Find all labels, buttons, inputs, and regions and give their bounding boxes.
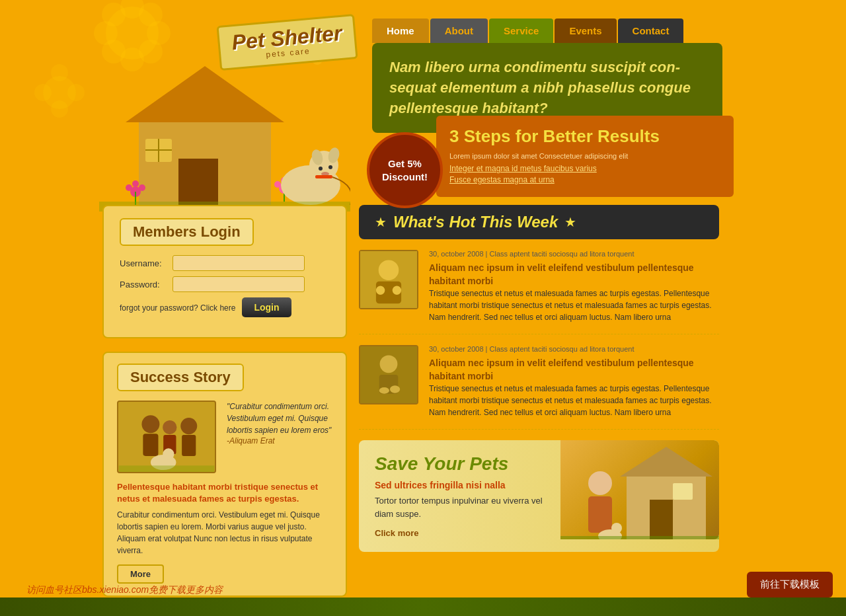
login-title: Members Login <box>133 223 241 240</box>
nav-home[interactable]: Home <box>372 19 429 43</box>
news-text-area-1: 30, october 2008 | Class aptent taciti s… <box>429 250 719 323</box>
svg-marker-63 <box>620 447 712 477</box>
main-nav: Home About Service Events Contact <box>372 19 683 43</box>
story-image <box>117 401 216 473</box>
password-row: Password: <box>120 276 330 292</box>
news-body-2: Tristique senectus et netus et malesuada… <box>429 383 719 418</box>
username-input[interactable] <box>173 255 305 271</box>
svg-rect-44 <box>143 434 158 456</box>
news-date-2: 30, october 2008 | Class aptent taciti s… <box>429 345 719 353</box>
nav-service[interactable]: Service <box>489 19 553 43</box>
hero-text: Nam libero urna condimentu suscipit con-… <box>389 58 705 118</box>
svg-point-61 <box>390 385 400 393</box>
story-image-area: "Curabitur condimentum orci. Vestibulum … <box>117 401 332 473</box>
save-pets-text: Tortor tortor tempus inpulvinar eu viver… <box>375 494 560 520</box>
svg-point-56 <box>393 286 401 295</box>
success-story-section: Success Story <box>102 352 347 597</box>
news-date-1: 30, october 2008 | Class aptent taciti s… <box>429 250 719 258</box>
svg-rect-70 <box>560 536 719 539</box>
story-author: -Aliquam Erat <box>227 436 332 445</box>
svg-point-12 <box>34 84 52 101</box>
forgot-row: forgot your password? Click here Login <box>120 297 330 317</box>
story-title: Success Story <box>130 369 231 385</box>
svg-point-25 <box>126 184 132 191</box>
svg-point-69 <box>611 523 622 533</box>
svg-point-37 <box>319 167 323 171</box>
steps-title: 3 Steps for Better Results <box>449 126 720 147</box>
svg-point-55 <box>376 286 385 295</box>
username-label: Username: <box>120 258 173 268</box>
svg-point-3 <box>94 21 118 45</box>
nav-about[interactable]: About <box>430 19 488 43</box>
left-panel: Members Login Username: Password: forgot… <box>102 205 347 597</box>
svg-point-38 <box>328 165 332 169</box>
svg-point-6 <box>102 3 126 26</box>
svg-point-58 <box>380 356 398 373</box>
svg-point-2 <box>147 21 171 45</box>
svg-rect-51 <box>119 465 215 472</box>
login-button[interactable]: Login <box>242 297 291 317</box>
steps-link-2[interactable]: Fusce egestas magna at urna <box>449 175 720 184</box>
svg-rect-65 <box>673 483 693 500</box>
svg-point-50 <box>163 448 174 459</box>
svg-point-43 <box>141 415 159 433</box>
svg-point-9 <box>43 76 76 109</box>
whats-hot-bar: ★ What's Hot This Week ★ <box>359 205 719 239</box>
news-item-2: 30, october 2008 | Class aptent taciti s… <box>359 345 719 430</box>
svg-point-66 <box>588 471 612 495</box>
svg-point-53 <box>379 260 399 280</box>
password-input[interactable] <box>173 276 305 292</box>
svg-rect-64 <box>650 500 673 539</box>
svg-point-47 <box>180 418 197 434</box>
news-title-link-1[interactable]: Aliquam nec ipsum in velit eleifend vest… <box>429 262 694 286</box>
nav-events[interactable]: Events <box>555 19 616 43</box>
whats-hot-title: What's Hot This Week <box>393 213 558 231</box>
download-button[interactable]: 前往下载模板 <box>747 572 833 597</box>
members-login-section: Members Login Username: Password: forgot… <box>102 205 347 338</box>
steps-subtitle: Lorem ipsum dolor sit amet Consectetuer … <box>449 152 720 160</box>
svg-point-5 <box>139 3 163 26</box>
svg-point-0 <box>106 7 159 59</box>
username-row: Username: <box>120 255 330 271</box>
pet-house-illustration <box>99 53 350 212</box>
svg-point-13 <box>51 100 68 118</box>
password-label: Password: <box>120 280 173 289</box>
news-thumb-2 <box>359 345 418 404</box>
nav-contact[interactable]: Contact <box>618 19 684 43</box>
svg-point-26 <box>139 184 145 191</box>
news-body-1: Tristique senectus et netus et malesuada… <box>429 288 719 323</box>
save-pets-section: Save Your Pets Sed ultrices fringilla ni… <box>359 440 719 552</box>
forgot-text: forgot your password? Click here <box>120 303 235 313</box>
svg-point-24 <box>132 180 139 187</box>
login-title-strip: Members Login <box>120 218 254 246</box>
watermark: 访问血号社区bbs.xieniao.com免费下载更多内容 <box>26 584 223 596</box>
svg-point-11 <box>67 84 85 101</box>
news-text-area-2: 30, october 2008 | Class aptent taciti s… <box>429 345 719 418</box>
discount-badge: Get 5% Discount! <box>367 132 443 208</box>
news-title-link-2[interactable]: Aliquam nec ipsum in velit eleifend vest… <box>429 358 694 381</box>
svg-rect-48 <box>182 435 196 456</box>
steps-banner: 3 Steps for Better Results Lorem ipsum d… <box>436 116 734 197</box>
svg-point-60 <box>379 387 389 394</box>
story-body-text: Curabitur condimentum orci. Vestibulum e… <box>117 509 332 557</box>
story-quote: "Curabitur condimentum orci. Vestibulum … <box>227 401 332 436</box>
logo-area: Pet Shelter pets care <box>218 20 356 65</box>
more-button[interactable]: More <box>117 564 164 584</box>
steps-link-1[interactable]: Integer et magna id metus faucibus variu… <box>449 164 720 173</box>
bottom-strip <box>0 597 846 616</box>
news-thumb-1 <box>359 250 418 309</box>
discount-text: Get 5% Discount! <box>382 157 428 183</box>
right-content: ★ What's Hot This Week ★ 30, october 200… <box>359 205 719 552</box>
svg-point-45 <box>163 420 176 434</box>
svg-rect-67 <box>588 496 612 533</box>
click-more-link[interactable]: Click more <box>375 528 418 538</box>
news-item-1: 30, october 2008 | Class aptent taciti s… <box>359 250 719 334</box>
svg-point-30 <box>274 181 281 188</box>
story-title-strip: Success Story <box>117 364 244 391</box>
svg-rect-40 <box>315 175 332 178</box>
story-quote-area: "Curabitur condimentum orci. Vestibulum … <box>227 401 332 473</box>
svg-marker-18 <box>126 66 284 122</box>
svg-point-1 <box>120 0 144 19</box>
svg-point-10 <box>51 64 68 81</box>
story-body-title: Pellentesque habitant morbi tristique se… <box>117 481 332 505</box>
